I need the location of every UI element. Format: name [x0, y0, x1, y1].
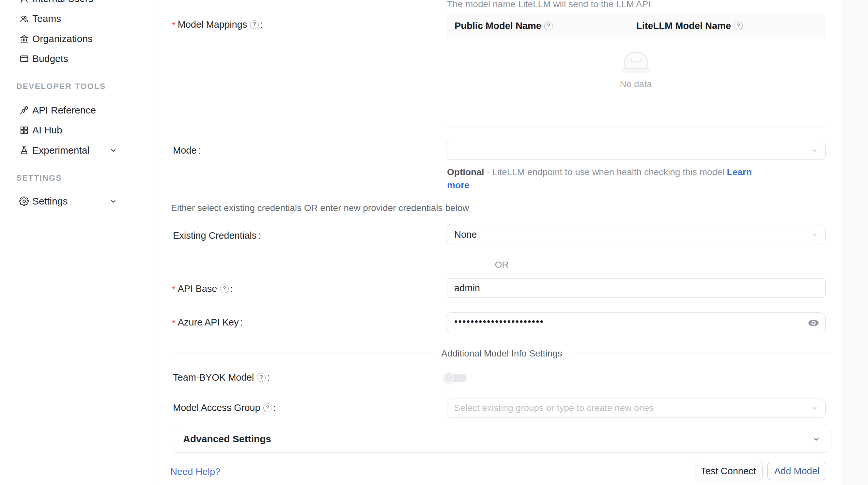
api-plug-icon: [19, 105, 30, 116]
chevron-down-icon: [810, 146, 819, 155]
model-access-group-label: Model Access Group ? :: [173, 402, 276, 414]
azure-api-key-label: * Azure API Key :: [172, 316, 243, 328]
model-access-group-placeholder: Select existing groups or type to create…: [454, 403, 654, 413]
empty-box-icon: [618, 50, 654, 75]
or-divider: OR: [173, 260, 831, 270]
sidebar-item-label: Budgets: [32, 53, 68, 64]
sidebar-item-budgets[interactable]: Budgets: [0, 48, 157, 69]
mode-select[interactable]: [446, 141, 826, 160]
sidebar-item-internal-users[interactable]: Internal Users: [0, 0, 157, 9]
mode-label: Mode :: [173, 144, 201, 156]
api-base-label: * API Base ? :: [172, 283, 232, 294]
sidebar-item-label: Organizations: [32, 33, 93, 44]
sidebar-item-label: Settings: [32, 196, 67, 207]
additional-settings-divider: Additional Model Info Settings: [173, 349, 831, 358]
azure-api-key-input[interactable]: ••••••••••••••••••••••: [446, 313, 826, 333]
sidebar-item-organizations[interactable]: Organizations: [0, 29, 157, 49]
model-name-helper-text: The model name LiteLLM will send to the …: [447, 0, 651, 10]
sidebar-item-ai-hub[interactable]: AI Hub: [0, 120, 157, 140]
existing-credentials-label: Existing Credentials :: [173, 230, 260, 241]
api-base-value: admin: [454, 283, 480, 294]
table-header-row: Public Model Name ? LiteLLM Model Name ?: [446, 14, 826, 37]
sidebar-item-label: Teams: [32, 13, 61, 24]
team-byok-toggle[interactable]: [443, 372, 468, 384]
learn-more-link[interactable]: more: [447, 180, 469, 190]
need-help-link[interactable]: Need Help?: [170, 466, 220, 477]
chevron-down-icon: [109, 197, 118, 205]
table-empty-state: No data: [446, 37, 826, 127]
test-connect-button[interactable]: Test Connect: [694, 462, 763, 480]
advanced-settings-label: Advanced Settings: [183, 433, 271, 445]
user-icon: [19, 0, 30, 4]
mode-helper-text: Optional - LiteLLM endpoint to use when …: [447, 166, 832, 192]
gear-icon: [19, 196, 30, 207]
existing-credentials-value: None: [454, 229, 477, 240]
help-circle-icon[interactable]: ?: [264, 403, 272, 412]
existing-credentials-select[interactable]: None: [446, 225, 826, 244]
help-circle-icon[interactable]: ?: [257, 373, 266, 382]
add-model-button[interactable]: Add Model: [768, 462, 826, 480]
credit-card-icon: [19, 53, 30, 64]
api-base-input[interactable]: admin: [446, 278, 826, 298]
azure-api-key-masked-value: ••••••••••••••••••••••: [454, 316, 544, 327]
sidebar-item-settings[interactable]: Settings: [0, 191, 157, 212]
sidebar-section-settings: SETTINGS: [16, 173, 62, 183]
eye-icon[interactable]: [808, 319, 819, 327]
sidebar-item-label: Experimental: [32, 145, 89, 156]
help-circle-icon[interactable]: ?: [220, 284, 229, 293]
sidebar-item-experimental[interactable]: Experimental: [0, 140, 157, 160]
flask-icon: [19, 145, 30, 156]
chevron-down-icon: [811, 434, 821, 444]
table-header-public-model-name: Public Model Name ?: [446, 21, 628, 31]
required-mark: *: [172, 21, 176, 31]
help-circle-icon[interactable]: ?: [544, 22, 553, 30]
no-data-text: No data: [620, 79, 652, 89]
sidebar-item-teams[interactable]: Teams: [0, 8, 157, 29]
sidebar-section-developer-tools: DEVELOPER TOOLS: [16, 82, 106, 91]
page-background-right: [841, 0, 868, 485]
required-mark: *: [172, 285, 176, 295]
chevron-down-icon: [109, 146, 118, 155]
chevron-down-icon: [810, 230, 819, 239]
model-access-group-select[interactable]: Select existing groups or type to create…: [446, 398, 826, 418]
table-header-litellm-model-name: LiteLLM Model Name ?: [628, 21, 743, 31]
sidebar-item-label: AI Hub: [32, 125, 62, 136]
team-icon: [19, 13, 30, 24]
credentials-note: Either select existing credentials OR en…: [171, 203, 469, 213]
model-mappings-label: * Model Mappings ? :: [172, 19, 263, 30]
model-mappings-table: Public Model Name ? LiteLLM Model Name ?…: [446, 14, 826, 127]
appstore-grid-icon: [19, 125, 30, 136]
add-model-page: Internal Users Teams Organizations Budge…: [0, 0, 868, 485]
sidebar: Internal Users Teams Organizations Budge…: [0, 0, 157, 485]
bank-icon: [19, 33, 30, 44]
help-circle-icon[interactable]: ?: [250, 20, 259, 29]
learn-more-link[interactable]: Learn: [727, 167, 752, 177]
help-circle-icon[interactable]: ?: [734, 22, 743, 30]
chevron-down-icon: [810, 404, 819, 412]
sidebar-item-api-reference[interactable]: API Reference: [0, 100, 157, 120]
advanced-settings-panel[interactable]: Advanced Settings: [173, 425, 831, 453]
required-mark: *: [172, 318, 176, 328]
sidebar-item-label: API Reference: [32, 105, 96, 116]
team-byok-label: Team-BYOK Model ? :: [173, 371, 270, 383]
sidebar-item-label: Internal Users: [32, 0, 93, 4]
column-divider: [628, 20, 628, 32]
